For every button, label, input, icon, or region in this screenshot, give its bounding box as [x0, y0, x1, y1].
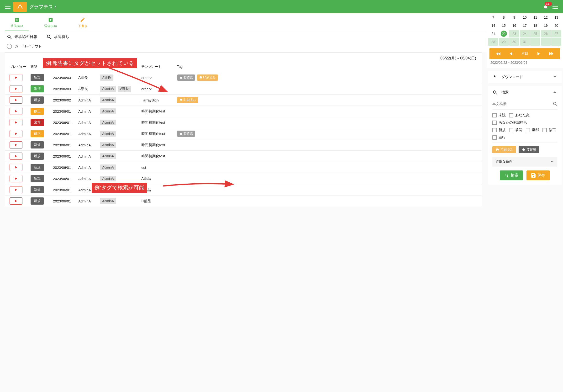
tag-chip: 要確認 [177, 131, 195, 137]
tab-outbox[interactable]: 送信BOX [38, 13, 63, 31]
table-row[interactable]: 棄却 2023/06/01 AdminA AdminA 時間初期化test [5, 117, 482, 128]
calendar-day[interactable]: 24 [520, 30, 530, 38]
row-date: 2023/06/03 [51, 87, 77, 91]
row-submitter: AdminA [77, 154, 98, 158]
calendar-day[interactable]: 25 [530, 30, 540, 38]
calendar-day[interactable]: 20 [551, 22, 562, 30]
svg-marker-16 [15, 155, 17, 157]
cal-today[interactable]: 本日 [520, 51, 530, 57]
calendar-day[interactable]: 26 [540, 30, 551, 38]
chk-toyou[interactable]: あなた宛 [509, 113, 530, 117]
calendar-day[interactable]: 13 [551, 13, 562, 22]
calendar-day[interactable]: 14 [488, 22, 499, 30]
calendar-day[interactable]: 15 [499, 22, 509, 30]
preview-button[interactable] [10, 85, 23, 92]
calendar-day[interactable]: 7 [488, 13, 499, 22]
calendar-day[interactable]: 18 [530, 22, 540, 30]
table-row[interactable]: 新規 2023/06/01 AdminA AdminA est [5, 162, 482, 173]
chk-approved[interactable]: 承認 [509, 128, 522, 132]
tab-draft[interactable]: 下書き [72, 13, 93, 31]
calendar-day[interactable]: 12 [540, 13, 551, 22]
cal-prev-icon[interactable] [508, 51, 514, 56]
calendar-day[interactable]: 28 [488, 38, 499, 46]
row-template: est [140, 165, 176, 169]
dest-chip: AdminA [100, 198, 116, 204]
cal-first-icon[interactable] [494, 51, 502, 56]
calendar-day[interactable]: 19 [540, 22, 551, 30]
table-row[interactable]: 新規 2023/06/01 AdminA AdminA 時間初期化test [5, 139, 482, 151]
search-icon[interactable] [552, 101, 557, 106]
calendar-day[interactable]: 30 [509, 38, 520, 46]
calendar-day[interactable]: 22 [499, 30, 509, 38]
cal-last-icon[interactable] [547, 51, 555, 56]
app-header: グラフテスト 10+ [0, 0, 563, 13]
settings-menu-icon[interactable] [550, 2, 560, 12]
cal-next-icon[interactable] [536, 51, 542, 56]
preview-button[interactable] [10, 119, 23, 126]
app-logo[interactable] [13, 2, 27, 12]
qs-pending[interactable]: 承認待ち [46, 34, 69, 39]
row-tags: 要確認 [176, 131, 478, 137]
preview-button[interactable] [10, 197, 23, 205]
calendar-day[interactable]: 17 [520, 22, 530, 30]
table-row[interactable]: 新規 2023/06/01 AdminA AdminA B部品 [5, 184, 482, 195]
table-row[interactable]: 進行 2023/06/03 A部長 AdminAA部長 order2 [5, 83, 482, 94]
right-sidebar: 7891011121314151617181920212223242526272… [486, 13, 563, 210]
preview-button[interactable] [10, 141, 23, 149]
chk-rejected[interactable]: 棄却 [526, 128, 539, 132]
calendar-day[interactable]: 8 [499, 13, 509, 22]
download-header[interactable]: ダウンロード [488, 71, 562, 83]
chk-progress[interactable]: 進行 [492, 135, 506, 140]
preview-button[interactable] [10, 74, 23, 81]
chk-fix[interactable]: 修正 [542, 128, 556, 132]
chk-unread[interactable]: 未読 [492, 113, 506, 117]
calendar-day[interactable]: 16 [509, 22, 520, 30]
save-button[interactable]: 保存 [526, 170, 550, 180]
qs-unapproved[interactable]: 未承認の日報 [7, 34, 37, 39]
row-date: 2023/06/03 [51, 76, 77, 80]
table-row[interactable]: 新規 2023/06/01 AdminA AdminA C部品 [5, 195, 482, 206]
search-text-input[interactable] [492, 102, 552, 106]
preview-button[interactable] [10, 108, 23, 115]
calendar-day[interactable]: 11 [530, 13, 540, 22]
tagfilter-check[interactable]: 要確認 [519, 146, 539, 153]
table-row[interactable]: 新規 2023/06/01 AdminA AdminA 時間初期化test [5, 151, 482, 162]
svg-rect-1 [5, 6, 11, 7]
layout-radio[interactable] [7, 44, 12, 49]
hamburger-icon[interactable] [3, 2, 13, 12]
calendar-day[interactable]: 10 [520, 13, 530, 22]
preview-button[interactable] [10, 186, 23, 193]
preview-button[interactable] [10, 130, 23, 137]
tab-inbox[interactable]: 受信BOX [5, 13, 29, 31]
bell-icon[interactable]: 10+ [541, 2, 550, 12]
table-row[interactable]: 新規 2023/06/01 AdminA AdminA A部品 [5, 173, 482, 184]
table-row[interactable]: 修正 2023/06/01 AdminA AdminA 時間初期化test 要確… [5, 128, 482, 139]
calendar-day[interactable]: 29 [499, 38, 509, 46]
col-tag: Tag [176, 65, 478, 69]
calendar-day[interactable]: 23 [509, 30, 520, 38]
chk-approval-pending[interactable]: あなたの承認待ち [492, 120, 527, 125]
table-row[interactable]: 新規 2023/06/02 AdminA AdminA _arraySign 印… [5, 94, 482, 105]
calendar-day[interactable]: 21 [488, 30, 499, 38]
calendar-day[interactable]: 31 [520, 38, 530, 46]
search-header[interactable]: 検索 [488, 86, 562, 98]
row-submitter: A部長 [77, 76, 98, 80]
row-dest: AdminA [98, 176, 140, 181]
row-date: 2023/06/01 [51, 109, 77, 114]
tag-chip: 印刷済み [197, 75, 218, 81]
preview-button[interactable] [10, 175, 23, 182]
preview-button[interactable] [10, 96, 23, 104]
calendar-day [530, 38, 540, 46]
table-row[interactable]: 修正 2023/06/01 AdminA AdminA 時間初期化test [5, 105, 482, 117]
table-row[interactable]: 新規 2023/06/03 A部長 A部長 order2 要確認印刷済み [5, 72, 482, 83]
preview-button[interactable] [10, 164, 23, 171]
calendar-day[interactable]: 9 [509, 13, 520, 22]
svg-rect-3 [552, 5, 558, 5]
advanced-conditions[interactable]: 詳細な条件 [492, 157, 557, 167]
chk-new[interactable]: 新規 [492, 128, 506, 132]
tagfilter-printed[interactable]: 印刷済み [492, 146, 516, 153]
search-button[interactable]: 検索 [500, 170, 523, 180]
calendar-day[interactable]: 27 [551, 30, 562, 38]
row-dest: AdminA [98, 131, 140, 137]
preview-button[interactable] [10, 152, 23, 160]
